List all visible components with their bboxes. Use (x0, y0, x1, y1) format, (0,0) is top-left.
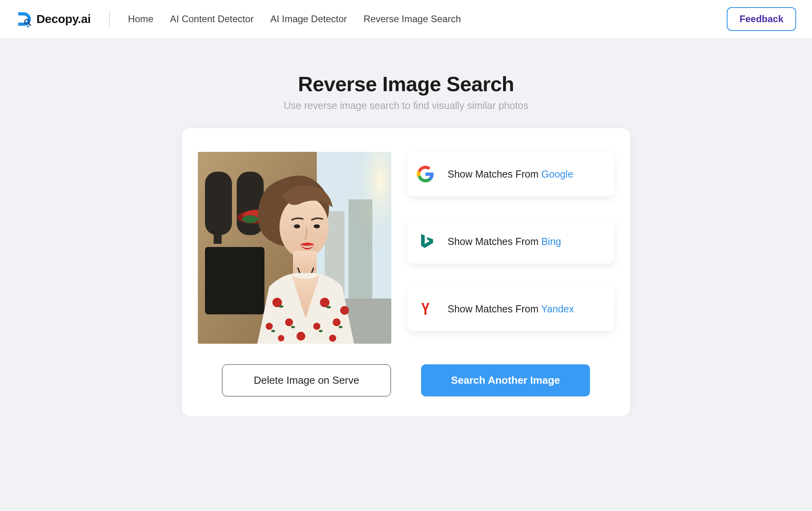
logo[interactable]: Decopy.ai (16, 11, 91, 27)
content-row: Show Matches From Google Show Matches Fr… (198, 152, 614, 344)
results-card: Show Matches From Google Show Matches Fr… (182, 128, 630, 416)
svg-rect-7 (205, 247, 264, 314)
svg-rect-8 (214, 231, 222, 244)
svg-point-32 (326, 306, 331, 308)
svg-point-35 (271, 330, 275, 332)
match-yandex[interactable]: Show Matches From Yandex (407, 287, 614, 331)
match-google[interactable]: Show Matches From Google (407, 152, 614, 196)
svg-rect-2 (27, 25, 29, 27)
main-nav: Home AI Content Detector AI Image Detect… (128, 13, 711, 25)
match-brand-yandex: Yandex (541, 303, 574, 314)
nav-reverse-image-search[interactable]: Reverse Image Search (364, 13, 461, 25)
match-yandex-text: Show Matches From Yandex (448, 303, 574, 315)
svg-point-31 (279, 305, 283, 308)
uploaded-image-preview (198, 152, 391, 344)
svg-rect-18 (293, 251, 317, 275)
svg-point-20 (314, 224, 320, 228)
nav-ai-content-detector[interactable]: AI Content Detector (170, 13, 254, 25)
svg-line-1 (29, 23, 31, 25)
svg-point-19 (294, 224, 300, 228)
svg-point-33 (291, 326, 295, 328)
header: Decopy.ai Home AI Content Detector AI Im… (0, 0, 812, 38)
svg-point-34 (339, 326, 343, 328)
match-bing-text: Show Matches From Bing (448, 236, 561, 247)
match-list: Show Matches From Google Show Matches Fr… (407, 152, 614, 331)
match-prefix: Show Matches From (448, 236, 541, 247)
svg-point-24 (297, 332, 305, 341)
feedback-button[interactable]: Feedback (727, 7, 796, 31)
svg-point-30 (329, 335, 336, 342)
match-bing[interactable]: Show Matches From Bing (407, 219, 614, 264)
logo-icon (16, 11, 33, 27)
search-another-image-button[interactable]: Search Another Image (421, 364, 590, 396)
svg-point-17 (280, 196, 329, 258)
yandex-icon (417, 300, 434, 318)
divider (109, 10, 110, 28)
svg-point-25 (320, 298, 329, 307)
match-brand-google: Google (541, 168, 573, 180)
svg-point-11 (242, 215, 258, 223)
nav-home[interactable]: Home (128, 13, 153, 25)
svg-point-23 (266, 323, 273, 330)
svg-point-26 (333, 318, 341, 326)
svg-point-28 (340, 306, 349, 315)
svg-rect-14 (349, 199, 372, 299)
svg-point-29 (278, 335, 284, 341)
svg-point-27 (313, 323, 320, 330)
match-prefix: Show Matches From (448, 303, 541, 314)
page-title: Reverse Image Search (0, 72, 812, 96)
page-subtitle: Use reverse image search to find visuall… (0, 100, 812, 111)
svg-point-22 (285, 318, 293, 326)
google-icon (417, 165, 434, 183)
match-google-text: Show Matches From Google (448, 168, 573, 180)
match-prefix: Show Matches From (448, 168, 541, 180)
nav-ai-image-detector[interactable]: AI Image Detector (270, 13, 347, 25)
svg-point-36 (319, 330, 323, 332)
action-row: Delete Image on Serve Search Another Ima… (198, 364, 614, 396)
bing-icon (417, 233, 434, 250)
logo-text: Decopy.ai (36, 12, 91, 26)
delete-image-button[interactable]: Delete Image on Serve (222, 364, 391, 396)
page-heading: Reverse Image Search Use reverse image s… (0, 72, 812, 111)
match-brand-bing: Bing (541, 236, 561, 247)
